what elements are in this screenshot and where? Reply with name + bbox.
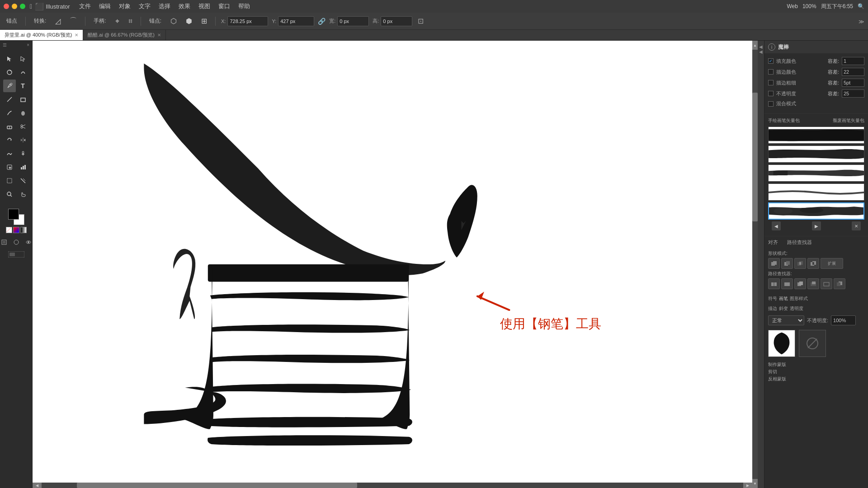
tools-collapse-icon[interactable]: ☰ — [3, 42, 7, 51]
shape-style-tab[interactable]: 图形样式 — [790, 296, 808, 302]
zoom-tool[interactable] — [3, 188, 16, 201]
brush-strip-4[interactable] — [768, 183, 864, 201]
panel-forward-btn[interactable]: ▶ — [812, 221, 821, 230]
blend-mode-checkbox[interactable] — [768, 101, 774, 107]
handle-icon2[interactable]: ⌗ — [126, 16, 135, 26]
artboard-tool[interactable] — [3, 174, 16, 187]
menu-view[interactable]: 视图 — [198, 2, 210, 10]
exclude-btn[interactable] — [807, 258, 819, 269]
scroll-left[interactable]: ◀ — [33, 483, 42, 488]
slice-tool[interactable] — [17, 174, 29, 187]
brush-strip-5[interactable] — [768, 202, 864, 220]
w-input[interactable] — [337, 16, 369, 26]
mirror-tool[interactable] — [17, 134, 29, 146]
make-mask-label[interactable]: 制作蒙版 — [768, 361, 864, 368]
scroll-thumb[interactable] — [752, 93, 758, 221]
tools-expand-icon[interactable]: × — [27, 42, 29, 51]
outline-btn[interactable] — [821, 278, 832, 289]
panel-back-btn[interactable]: ◀ — [772, 221, 781, 230]
menu-help[interactable]: 帮助 — [238, 2, 250, 10]
anchor-icon2[interactable]: ⬢ — [183, 16, 195, 26]
gradient-icon[interactable] — [20, 227, 27, 233]
graph-tool[interactable] — [17, 161, 29, 174]
stroke-color-checkbox[interactable] — [768, 69, 774, 75]
stroke-width-tolerance-input[interactable] — [842, 79, 864, 87]
menu-text[interactable]: 文字 — [139, 2, 151, 10]
vertical-scrollbar[interactable]: ▲ ▼ — [752, 41, 758, 488]
clip-label[interactable]: 剪切 — [768, 369, 864, 375]
maximize-button[interactable] — [20, 4, 25, 9]
divide-btn[interactable] — [768, 278, 780, 289]
style-icon[interactable] — [11, 237, 22, 248]
distribute-icon[interactable]: ⊞ — [198, 16, 210, 26]
y-input[interactable] — [278, 16, 314, 26]
warp2-tool[interactable] — [3, 147, 16, 160]
horizontal-scrollbar[interactable]: ◀ ▶ — [33, 483, 752, 488]
menu-bar[interactable]: 文件 编辑 对象 文字 选择 效果 视图 窗口 帮助 — [79, 2, 250, 10]
tab-0[interactable]: 异堂里.ai @ 400% (RGB/预览) ✕ — [0, 30, 83, 40]
skew-tab[interactable]: 斜变 — [779, 305, 788, 312]
trim-btn[interactable] — [781, 278, 793, 289]
direct-selection-tool[interactable] — [17, 52, 29, 65]
menu-file[interactable]: 文件 — [79, 2, 91, 10]
warp-tool[interactable] — [17, 66, 29, 79]
stroke-tolerance-input[interactable] — [842, 68, 864, 76]
opacity-tolerance-input[interactable] — [842, 89, 864, 98]
h-scroll-track[interactable] — [42, 483, 743, 488]
stroke-width-checkbox[interactable] — [768, 80, 774, 85]
brush-strip-1[interactable] — [768, 127, 864, 144]
scissors-tool[interactable] — [17, 120, 29, 133]
transform-icon[interactable]: ⊡ — [418, 17, 424, 25]
type-tool[interactable]: T — [17, 80, 29, 92]
eye-icon[interactable] — [23, 237, 34, 248]
tab-1-close[interactable]: ✕ — [157, 33, 161, 38]
color-icon[interactable] — [13, 227, 19, 233]
line-tool[interactable] — [3, 93, 16, 106]
brush-strip-3[interactable] — [768, 164, 864, 182]
pen-tool[interactable] — [3, 80, 16, 92]
scroll-track[interactable] — [752, 50, 758, 479]
no-action-icon[interactable] — [799, 330, 826, 357]
rotate-tool[interactable] — [3, 66, 16, 79]
none-swatch[interactable] — [6, 227, 12, 233]
tab-0-close[interactable]: ✕ — [75, 33, 78, 38]
scroll-down[interactable]: ▼ — [752, 479, 758, 488]
x-input[interactable] — [227, 16, 268, 26]
symbol-tab[interactable]: 符号 — [768, 296, 777, 302]
minus-back-btn[interactable] — [834, 278, 845, 289]
menu-window[interactable]: 窗口 — [218, 2, 230, 10]
convert-corner-icon[interactable]: ◿ — [52, 16, 63, 26]
minimize-button[interactable] — [12, 4, 17, 9]
merge-btn[interactable] — [794, 278, 806, 289]
close-button[interactable] — [4, 4, 9, 9]
puppet-tool[interactable] — [17, 147, 29, 160]
h-input[interactable] — [381, 16, 412, 26]
blend-mode-select[interactable]: 正常 — [768, 315, 804, 325]
stroke-tab[interactable]: 描边 — [768, 305, 777, 312]
menu-edit[interactable]: 编辑 — [99, 2, 111, 10]
panels-icon[interactable] — [4, 249, 29, 260]
intersect-btn[interactable] — [794, 258, 806, 269]
opacity-checkbox[interactable] — [768, 91, 774, 96]
brush-tab[interactable]: 画笔 — [779, 296, 788, 302]
opacity-value-input[interactable] — [831, 315, 856, 325]
rotate2-tool[interactable] — [3, 134, 16, 146]
panel-close-btn[interactable]: ✕ — [852, 221, 861, 230]
symbol-tool[interactable]: ★ — [3, 161, 16, 174]
info-icon[interactable]: i — [768, 43, 775, 51]
scroll-up[interactable]: ▲ — [752, 41, 758, 50]
eraser-tool[interactable] — [3, 120, 16, 133]
crop-btn[interactable] — [807, 278, 819, 289]
search-icon[interactable]: 🔍 — [858, 3, 864, 9]
invert-mask-label[interactable]: 反相蒙版 — [768, 376, 864, 382]
selection-tool[interactable] — [3, 52, 16, 65]
fg-swatch[interactable] — [8, 209, 19, 220]
link-icon[interactable]: 🔗 — [318, 18, 326, 25]
blob-brush-tool[interactable] — [17, 107, 29, 119]
hand-tool[interactable] — [17, 188, 29, 201]
anchor-icon[interactable]: ⬡ — [168, 16, 179, 26]
expand-icon[interactable]: ≫ — [859, 19, 864, 25]
minus-front-btn[interactable] — [781, 258, 793, 269]
menu-object[interactable]: 对象 — [119, 2, 131, 10]
pencil-tool[interactable] — [3, 107, 16, 119]
